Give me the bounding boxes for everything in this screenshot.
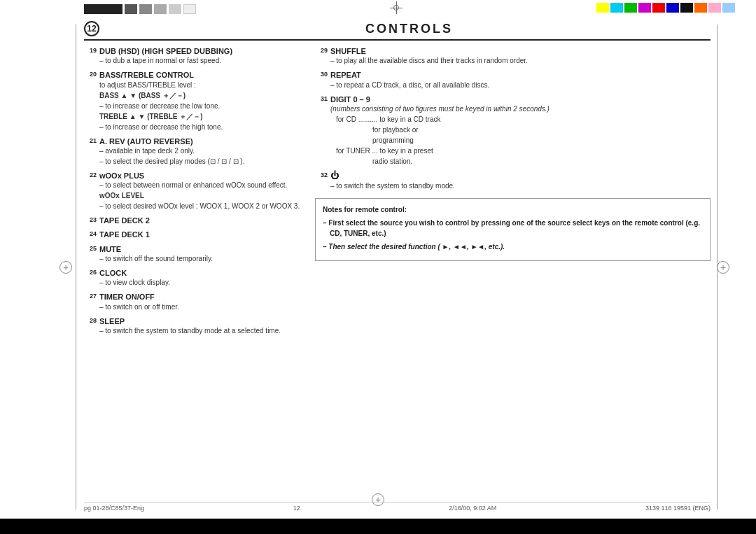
item-27-title: TIMER ON/OFF (99, 292, 155, 302)
item-20-desc2: to increase or decrease the high tone. (99, 122, 301, 132)
item-29-num: 29 (315, 47, 328, 54)
item-30: 30 REPEAT to repeat a CD track, a disc, … (315, 70, 710, 90)
item-32-desc1: to switch the system to standby mode. (330, 181, 710, 191)
item-31-italic: (numbers consisting of two figures must … (330, 104, 710, 114)
item-19: 19 DUB (HSD) (HIGH SPEED DUBBING) to dub… (84, 46, 301, 66)
item-20-formula2: TREBLE ▲ ▼ (TREBLE ＋／－) (99, 112, 301, 122)
item-29-title: SHUFFLE (330, 46, 366, 56)
item-25-header: 25 MUTE (84, 244, 301, 254)
item-26-num: 26 (84, 269, 97, 276)
item-29-desc: to play all the available discs and thei… (315, 56, 710, 66)
mid-gray-block (139, 4, 152, 14)
item-20-num: 20 (84, 71, 97, 78)
item-20-adjust: to adjust BASS/TREBLE level : (99, 80, 301, 90)
item-31: 31 DIGIT 0 – 9 (numbers consisting of tw… (315, 94, 710, 167)
dark-gray-block (125, 4, 137, 14)
item-24-header: 24 TAPE DECK 1 (84, 230, 301, 239)
item-27: 27 TIMER ON/OFF to switch on or off time… (84, 292, 301, 311)
item-31-cd2: for playback or (330, 125, 710, 135)
item-31-header: 31 DIGIT 0 – 9 (315, 94, 710, 104)
item-22-desc: to select between normal or enhanced wOO… (84, 181, 301, 211)
left-margin-line (76, 24, 76, 510)
note-item-1: First select the source you wish to cont… (323, 218, 703, 239)
top-color-bar (0, 0, 756, 15)
notes-title: Notes for remote control: (323, 204, 703, 215)
left-column: 19 DUB (HSD) (HIGH SPEED DUBBING) to dub… (84, 46, 301, 340)
item-29: 29 SHUFFLE to play all the available dis… (315, 46, 710, 66)
right-column: 29 SHUFFLE to play all the available dis… (315, 46, 710, 340)
bottom-bar (0, 519, 756, 534)
item-31-tuner2: radio station. (330, 157, 710, 167)
item-24-title: TAPE DECK 1 (99, 230, 150, 239)
item-31-title: DIGIT 0 – 9 (330, 94, 370, 104)
item-32: 32 ⏻ to switch the system to standby mod… (315, 171, 710, 192)
item-25-desc1: to switch off the sound temporarily. (99, 254, 301, 264)
item-19-desc: to dub a tape in normal or fast speed. (84, 56, 301, 66)
right-crosshair-icon: + (717, 261, 729, 274)
item-22-desc1: to select between normal or enhanced wOO… (99, 181, 301, 190)
item-23-num: 23 (84, 216, 97, 223)
item-22-subtitle: wOOx LEVEL (99, 191, 301, 201)
item-22-desc2: to select desired wOOx level : WOOX 1, W… (99, 202, 301, 211)
item-25-desc: to switch off the sound temporarily. (84, 254, 301, 264)
light-gray-block (154, 4, 167, 14)
item-21-desc2: to select the desired play modes (⊡ / ⊡ … (99, 157, 301, 167)
item-20-title: BASS/TREBLE CONTROL (99, 70, 194, 80)
item-28-title: SLEEP (99, 316, 125, 326)
item-29-header: 29 SHUFFLE (315, 46, 710, 56)
item-24-num: 24 (84, 230, 97, 237)
top-bar-left-blocks (0, 0, 196, 15)
item-30-num: 30 (315, 71, 328, 78)
item-28-header: 28 SLEEP (84, 316, 301, 326)
item-28-num: 28 (84, 317, 97, 324)
item-27-desc: to switch on or off timer. (84, 302, 301, 312)
item-27-header: 27 TIMER ON/OFF (84, 292, 301, 302)
item-22-header: 22 wOOx PLUS (84, 171, 301, 181)
top-crosshair-icon (389, 1, 403, 15)
item-20-desc: to adjust BASS/TREBLE level : BASS ▲ ▼ (… (84, 80, 301, 132)
page-number: 12 (87, 24, 96, 34)
item-19-header: 19 DUB (HSD) (HIGH SPEED DUBBING) (84, 46, 301, 56)
item-21-header: 21 A. REV (AUTO REVERSE) (84, 136, 301, 146)
item-22-num: 22 (84, 171, 97, 178)
item-28-desc1: to switch the system to standby mode at … (99, 326, 301, 336)
item-26-title: CLOCK (99, 268, 127, 278)
item-21-title: A. REV (AUTO REVERSE) (99, 136, 193, 146)
item-31-cd: for CD .......... to key in a CD track (330, 115, 710, 125)
note-item-2-text: Then select the desired function ( ►, ◄◄… (328, 243, 505, 251)
yellow-block (596, 3, 609, 13)
item-20-header: 20 BASS/TREBLE CONTROL (84, 70, 301, 80)
footer-doc: 3139 116 19591 (ENG) (645, 505, 710, 512)
item-19-desc-1: to dub a tape in normal or fast speed. (99, 56, 301, 66)
item-22: 22 wOOx PLUS to select between normal or… (84, 171, 301, 211)
item-21-desc: available in tape deck 2 only. to select… (84, 146, 301, 167)
page-footer: pg 01-28/C85/37-Eng 12 2/16/00, 9:02 AM … (84, 502, 710, 512)
item-27-desc1: to switch on or off timer. (99, 302, 301, 312)
page-title: CONTROLS (108, 22, 710, 36)
item-23: 23 TAPE DECK 2 (84, 216, 301, 225)
item-28: 28 SLEEP to switch the system to standby… (84, 316, 301, 336)
light-blue-block (722, 3, 735, 13)
cyan-block (610, 3, 623, 13)
content-area: 19 DUB (HSD) (HIGH SPEED DUBBING) to dub… (84, 46, 710, 340)
item-21-num: 21 (84, 137, 97, 144)
item-26-desc: to view clock display. (84, 278, 301, 288)
footer-date: 2/16/00, 9:02 AM (449, 505, 496, 512)
item-29-desc1: to play all the available discs and thei… (330, 56, 710, 66)
black-block (84, 4, 122, 14)
item-21-desc1: available in tape deck 2 only. (99, 146, 301, 156)
item-30-desc: to repeat a CD track, a disc, or all ava… (315, 80, 710, 90)
item-26-desc1: to view clock display. (99, 278, 301, 288)
item-27-num: 27 (84, 293, 97, 300)
red-block (652, 3, 665, 13)
item-25-num: 25 (84, 245, 97, 252)
top-crosshair-area (196, 0, 596, 15)
magenta-block (638, 3, 651, 13)
footer-left: pg 01-28/C85/37-Eng (84, 505, 144, 512)
item-32-title: ⏻ (330, 171, 339, 182)
item-28-desc: to switch the system to standby mode at … (84, 326, 301, 336)
item-26-header: 26 CLOCK (84, 268, 301, 278)
item-19-title: DUB (HSD) (HIGH SPEED DUBBING) (99, 46, 232, 56)
item-26: 26 CLOCK to view clock display. (84, 268, 301, 288)
item-19-num: 19 (84, 47, 97, 54)
